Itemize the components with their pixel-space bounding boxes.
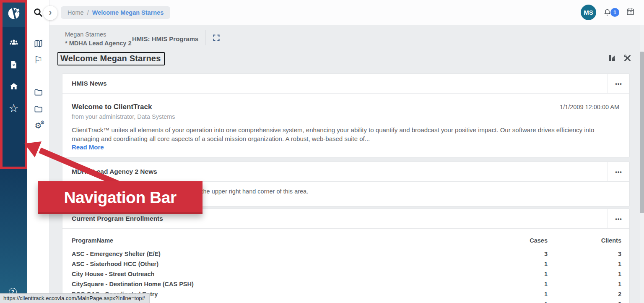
search-icon[interactable] [33,7,44,18]
secondary-navigation-bar: ⚐ ⚙⚙ [27,0,49,303]
article-title: Welcome to ClientTrack [72,103,152,111]
forms-icon[interactable] [8,59,20,71]
article-body: ClientTrack™ unites all elements of your… [72,126,613,143]
status-bar-url: https://clienttrack.eccovia.com/MainPage… [0,293,150,303]
top-bar: Home / Welcome Megan Starnes MS 1 [49,0,644,25]
notification-badge: 1 [610,8,619,17]
context-user: Megan Starnes * MDHA Lead Agency 2 [65,30,131,48]
enrollments-menu-button[interactable]: ••• [608,209,629,228]
calendar-icon[interactable] [626,7,635,18]
notifications-button[interactable]: 1 [603,8,619,17]
flag-icon[interactable]: ⚐ [33,55,44,65]
annotation-label: Navigation Bar [38,181,203,214]
map-icon[interactable] [33,38,44,49]
folder-icon[interactable] [33,86,44,97]
breadcrumb-home[interactable]: Home [68,9,84,16]
hmis-news-title: HMIS News [62,74,608,93]
table-header-row: ProgramName Cases Clients [72,235,621,246]
logo-icon [6,5,22,21]
column-clients: Clients [548,237,621,244]
settings-gears-icon[interactable]: ⚙⚙ [33,120,44,131]
article-byline: from your administrator, Data Systems [72,113,619,120]
tools-icon[interactable] [624,55,631,63]
table-row: City House - Street Outreach11 [72,269,621,279]
enrollments-table: ProgramName Cases Clients ASC - Emergenc… [62,229,629,303]
hmis-news-card: HMIS News ••• Welcome to ClientTrack 1/1… [62,73,630,157]
dashboard-settings-icon[interactable] [608,55,615,63]
org-news-title: MDHA Lead Agency 2 News [62,162,608,181]
article-timestamp: 1/1/2009 12:00:00 AM [560,104,619,110]
favorites-icon[interactable]: ☆ [8,102,20,114]
column-cases: Cases [468,237,548,244]
home-icon[interactable] [8,81,20,92]
clients-icon[interactable] [8,37,20,49]
org-news-menu-button[interactable]: ••• [608,162,629,181]
context-workspace: HMIS: HMIS Programs [132,35,198,42]
breadcrumb-separator: / [87,9,89,16]
hmis-news-menu-button[interactable]: ••• [608,74,629,93]
context-user-name: Megan Starnes [65,30,131,39]
page-title: Welcome Megan Starnes [57,52,165,65]
table-row: 12 [72,299,621,303]
table-row: CitySquare - Destination Home (CAS PSH)1… [72,279,621,289]
enrollments-card: Current Program Enrollments ••• ProgramN… [62,209,630,303]
read-more-link[interactable]: Read More [72,144,104,151]
scrollbar-track[interactable] [640,25,644,303]
breadcrumb-current[interactable]: Welcome Megan Starnes [92,9,164,16]
folder-icon[interactable] [33,103,44,114]
table-row: DCC CAS - Coordinated Entry12 [72,289,621,299]
breadcrumb: Home / Welcome Megan Starnes [61,6,170,19]
table-row: ASC - Emergency Shelter (E/E)33 [72,249,621,259]
scrollbar-thumb[interactable] [640,52,644,213]
expand-menu-button[interactable]: › [43,6,57,20]
clienttrack-logo[interactable] [0,0,27,27]
user-avatar[interactable]: MS [581,5,596,20]
column-program-name: ProgramName [72,237,468,244]
divider [205,30,206,45]
context-agency: * MDHA Lead Agency 2 [65,39,131,48]
primary-navigation-bar: ☆ ? [0,0,27,303]
fullscreen-icon[interactable] [213,34,220,43]
enrollment-rows: ASC - Emergency Shelter (E/E)33ASC - Sis… [72,249,621,303]
main-content: Megan Starnes * MDHA Lead Agency 2 HMIS:… [49,25,644,303]
table-row: ASC - Sisterhood HCC (Other)11 [72,259,621,269]
